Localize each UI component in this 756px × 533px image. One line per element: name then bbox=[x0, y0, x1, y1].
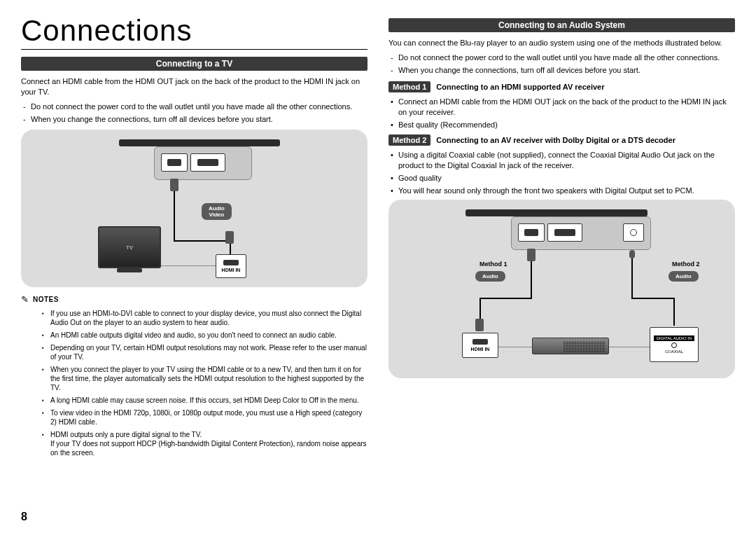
method2-bullets: Using a digital Coaxial cable (not suppl… bbox=[388, 150, 735, 195]
note-item: An HDMI cable outputs digital video and … bbox=[21, 331, 368, 340]
hdmi-slot-icon bbox=[223, 260, 239, 265]
note-item: If you use an HDMI-to-DVI cable to conne… bbox=[21, 309, 368, 327]
method2-diagram-label: Method 2 bbox=[672, 261, 700, 268]
callout-line bbox=[609, 347, 650, 347]
hdmi-cable bbox=[174, 191, 175, 240]
hdmi-in-label: HDMI IN bbox=[471, 347, 490, 352]
method2-bullet: Good quality bbox=[388, 173, 735, 184]
hdmi-out-port bbox=[518, 223, 545, 242]
hdmi-connector-top bbox=[527, 249, 536, 261]
tv-section-header: Connecting to a TV bbox=[21, 57, 368, 71]
tv-stand bbox=[117, 268, 142, 272]
method2-row: Method 2 Connecting to an AV receiver wi… bbox=[388, 134, 735, 146]
hdmi-connector-bottom bbox=[475, 319, 484, 331]
note-item: A long HDMI cable may cause screen noise… bbox=[21, 396, 368, 405]
audio-intro: You can connect the Blu-ray player to an… bbox=[388, 38, 735, 48]
hdmi-cable bbox=[174, 240, 230, 242]
column-left: Connecting to a TV Connect an HDMI cable… bbox=[21, 57, 368, 461]
port-group bbox=[518, 223, 582, 242]
tv-icon: TV bbox=[98, 226, 161, 268]
notes-icon: ✎ bbox=[21, 294, 29, 305]
page-number: 8 bbox=[21, 511, 27, 523]
hdmi-connector-bottom bbox=[225, 231, 234, 244]
method1-bullets: Connect an HDMI cable from the HDMI OUT … bbox=[388, 97, 735, 130]
method2-tag: Method 2 bbox=[388, 134, 430, 146]
hdmi-slot-icon bbox=[472, 339, 488, 345]
m1-cable bbox=[531, 261, 532, 298]
method2-title: Connecting to an AV receiver with Dolby … bbox=[436, 134, 676, 146]
tv-connection-diagram: Audio Video TV HDMI IN bbox=[21, 130, 368, 287]
note-item: To view video in the HDMI 720p, 1080i, o… bbox=[21, 408, 368, 427]
audio-badge-m1: Audio bbox=[475, 271, 505, 282]
method1-tag: Method 1 bbox=[388, 81, 430, 92]
digital-audio-in-box: DIGITAL AUDIO IN COAXIAL bbox=[650, 327, 699, 362]
m2-cable bbox=[673, 298, 675, 326]
page-title: Connections bbox=[21, 14, 368, 50]
hdmi-in-box: HDMI IN bbox=[216, 254, 246, 278]
audio-dash-list: Do not connect the power cord to the wal… bbox=[388, 53, 735, 76]
column-right: Connecting to an Audio System You can co… bbox=[388, 57, 735, 461]
notes-heading: ✎ NOTES bbox=[21, 294, 368, 305]
coaxial-out-port bbox=[623, 223, 644, 242]
audio-dash-item: Do not connect the power cord to the wal… bbox=[388, 53, 735, 63]
tv-intro: Connect an HDMI cable from the HDMI OUT … bbox=[21, 76, 368, 97]
method2-bullet: You will hear sound only through the fro… bbox=[388, 186, 735, 196]
method2-bullet: Using a digital Coaxial cable (not suppl… bbox=[388, 150, 735, 171]
method1-diagram-label: Method 1 bbox=[479, 261, 507, 268]
m1-cable bbox=[479, 298, 532, 299]
audio-section-header: Connecting to an Audio System bbox=[388, 18, 735, 32]
receiver-grid-icon bbox=[564, 341, 606, 352]
badge-audio: Audio bbox=[209, 205, 225, 212]
coax-plug-icon bbox=[671, 342, 677, 348]
av-receiver-icon bbox=[532, 338, 609, 354]
method1-row: Method 1 Connecting to an HDMI supported… bbox=[388, 81, 735, 93]
lan-port bbox=[547, 223, 582, 242]
badge-video: Video bbox=[209, 212, 225, 218]
callout-line bbox=[161, 265, 216, 266]
note-item: HDMI outputs only a pure digital signal … bbox=[21, 430, 368, 457]
hdmi-connector-top bbox=[170, 179, 178, 191]
audio-dash-item: When you change the connections, turn of… bbox=[388, 65, 735, 76]
audio-badge-m2: Audio bbox=[668, 271, 699, 282]
notes-label: NOTES bbox=[33, 296, 59, 303]
coaxial-label: COAXIAL bbox=[665, 349, 683, 354]
notes-list: If you use an HDMI-to-DVI cable to conne… bbox=[21, 309, 368, 457]
method1-bullet: Best quality (Recommended) bbox=[388, 120, 735, 130]
tv-dash-list: Do not connect the power cord to the wal… bbox=[21, 102, 368, 125]
coax-plug-icon bbox=[630, 229, 637, 236]
player-body bbox=[465, 209, 648, 216]
hdmi-in-box: HDMI IN bbox=[462, 333, 498, 358]
m2-cable bbox=[631, 298, 673, 299]
tv-dash-item: Do not connect the power cord to the wal… bbox=[21, 102, 368, 112]
player-body bbox=[119, 139, 280, 146]
digital-audio-in-label: DIGITAL AUDIO IN bbox=[654, 335, 695, 341]
method1-bullet: Connect an HDMI cable from the HDMI OUT … bbox=[388, 97, 735, 118]
coax-connector-top bbox=[629, 250, 635, 258]
m1-cable bbox=[479, 298, 481, 319]
hdmi-out-port bbox=[161, 153, 188, 172]
method1-title: Connecting to an HDMI supported AV recei… bbox=[436, 81, 604, 93]
note-item: Depending on your TV, certain HDMI outpu… bbox=[21, 343, 368, 361]
audio-connection-diagram: Method 1 Method 2 Audio Audio HDMI IN DI… bbox=[388, 200, 735, 378]
note-item: When you connect the player to your TV u… bbox=[21, 365, 368, 392]
port-group bbox=[161, 153, 225, 172]
hdmi-in-label: HDMI IN bbox=[222, 268, 241, 272]
m2-cable bbox=[631, 258, 633, 298]
callout-line bbox=[498, 347, 532, 347]
two-column-layout: Connecting to a TV Connect an HDMI cable… bbox=[21, 57, 735, 461]
lan-port bbox=[190, 153, 225, 172]
tv-dash-item: When you change the connections, turn of… bbox=[21, 114, 368, 125]
audio-video-badge: Audio Video bbox=[202, 203, 232, 220]
